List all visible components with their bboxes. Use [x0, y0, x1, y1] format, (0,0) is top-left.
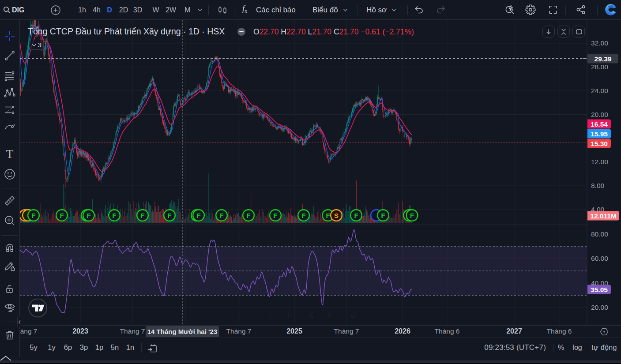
svg-text:F: F	[219, 212, 223, 219]
svg-text:F: F	[112, 212, 116, 219]
svg-text:F: F	[196, 212, 200, 219]
svg-text:F: F	[410, 212, 414, 219]
svg-text:F: F	[246, 212, 250, 219]
svg-text:F: F	[140, 212, 144, 219]
svg-text:F: F	[31, 212, 35, 219]
svg-text:F: F	[326, 212, 330, 219]
svg-text:F: F	[354, 212, 358, 219]
svg-text:F: F	[273, 212, 277, 219]
svg-text:F: F	[167, 212, 171, 219]
svg-text:F: F	[301, 212, 305, 219]
svg-text:S: S	[334, 212, 339, 219]
svg-text:F: F	[60, 212, 64, 219]
svg-text:F: F	[87, 212, 90, 219]
svg-text:F: F	[381, 212, 385, 219]
